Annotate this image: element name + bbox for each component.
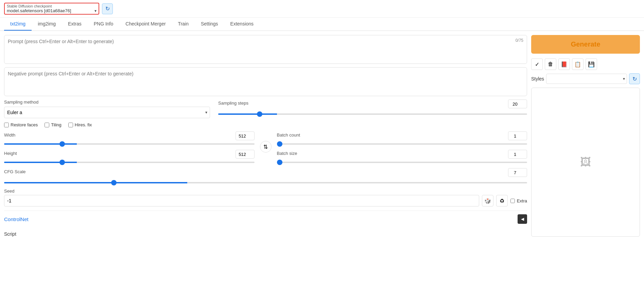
width-slider[interactable] xyxy=(4,143,255,145)
hires-fix-input[interactable] xyxy=(68,123,73,127)
tab-txt2img[interactable]: txt2img xyxy=(4,18,32,31)
main-layout: 0/75 Sampling method Euler a xyxy=(0,31,644,241)
batch-count-label: Batch count xyxy=(277,132,300,138)
height-label: Height xyxy=(4,151,17,156)
sampling-steps-slider[interactable] xyxy=(218,113,527,115)
left-panel: 0/75 Sampling method Euler a xyxy=(4,35,527,237)
dimensions-batch-row: Width Height ⇅ xyxy=(4,131,527,164)
sampling-method-select[interactable]: Euler a xyxy=(4,107,210,118)
styles-label: Styles xyxy=(531,76,544,82)
sampling-method-group: Sampling method Euler a xyxy=(4,100,210,118)
checkpoint-container[interactable]: Stable Diffusion checkpoint model.safete… xyxy=(4,3,99,15)
extra-seed-label: Extra xyxy=(517,198,527,203)
width-label: Width xyxy=(4,132,15,138)
prompt-input[interactable] xyxy=(8,39,523,59)
restore-faces-checkbox[interactable]: Restore faces xyxy=(4,122,38,127)
refresh-styles-button[interactable]: ↻ xyxy=(629,73,640,84)
checkpoint-select-row[interactable]: model.safetensors [d01a68ae76] ▾ xyxy=(7,8,97,13)
trash-button[interactable]: 🗑 xyxy=(545,58,556,70)
sampling-steps-group: Sampling steps xyxy=(218,100,527,116)
tab-extras[interactable]: Extras xyxy=(62,18,88,31)
clipboard-button[interactable]: 📋 xyxy=(572,58,584,70)
restore-faces-label: Restore faces xyxy=(11,122,38,127)
script-row: Script xyxy=(4,231,527,237)
generate-button[interactable]: Generate xyxy=(531,35,640,54)
controlnet-collapse-button[interactable]: ◀ xyxy=(518,214,527,224)
script-label: Script xyxy=(4,229,16,239)
sampling-steps-input[interactable] xyxy=(508,100,527,108)
top-bar: Stable Diffusion checkpoint model.safete… xyxy=(0,0,644,18)
tiling-input[interactable] xyxy=(45,123,49,127)
chevron-down-icon: ▾ xyxy=(94,8,97,13)
pencil-button[interactable]: ✓ xyxy=(531,58,543,70)
styles-row: Styles ↻ xyxy=(531,73,640,84)
batch-size-slider[interactable] xyxy=(277,162,527,163)
seed-label: Seed xyxy=(4,188,527,194)
batch-count-input[interactable] xyxy=(508,131,527,140)
restore-faces-input[interactable] xyxy=(4,123,9,127)
styles-select[interactable] xyxy=(546,74,627,84)
cfg-scale-label: CFG Scale xyxy=(4,169,26,174)
batch-size-input[interactable] xyxy=(508,150,527,159)
tab-checkpoint-merger[interactable]: Checkpoint Merger xyxy=(119,18,172,31)
styles-select-wrapper[interactable] xyxy=(546,74,627,84)
extra-seed-checkbox[interactable]: Extra xyxy=(510,198,527,203)
token-count: 0/75 xyxy=(516,38,523,43)
sampling-method-select-wrapper[interactable]: Euler a xyxy=(4,107,210,118)
checkboxes-row: Restore faces Tiling Hires. fix xyxy=(4,122,527,127)
seed-input[interactable] xyxy=(4,195,479,206)
image-preview: 🖼 xyxy=(531,88,640,237)
cfg-scale-slider[interactable] xyxy=(4,182,527,183)
batch-count-slider[interactable] xyxy=(277,143,527,145)
checkpoint-value: model.safetensors [d01a68ae76] xyxy=(7,8,93,13)
tab-train[interactable]: Train xyxy=(172,18,195,31)
prompt-area: 0/75 xyxy=(4,35,527,64)
recycle-seed-button[interactable]: ♻ xyxy=(496,195,508,206)
batch-group: Batch count Batch size xyxy=(277,131,527,164)
sampling-steps-label: Sampling steps xyxy=(218,101,248,106)
tab-png-info[interactable]: PNG Info xyxy=(88,18,120,31)
tab-extensions[interactable]: Extensions xyxy=(224,18,260,31)
negative-prompt-input[interactable] xyxy=(8,71,523,91)
sampling-row: Sampling method Euler a Sampling steps xyxy=(4,100,527,118)
checkpoint-label: Stable Diffusion checkpoint xyxy=(7,4,97,8)
save-button[interactable]: 💾 xyxy=(586,58,597,70)
height-slider[interactable] xyxy=(4,162,255,163)
red-book-button[interactable]: 📕 xyxy=(558,58,570,70)
seed-group: Seed 🎲 ♻ Extra xyxy=(4,188,527,206)
hires-fix-label: Hires. fix xyxy=(75,122,92,127)
cfg-scale-input[interactable] xyxy=(508,168,527,177)
right-panel: Generate ✓ 🗑 📕 📋 💾 Styles ↻ 🖼 xyxy=(531,35,640,237)
hires-fix-checkbox[interactable]: Hires. fix xyxy=(68,122,92,127)
extra-seed-input[interactable] xyxy=(510,199,515,203)
width-group: Width Height xyxy=(4,131,255,164)
negative-prompt-area xyxy=(4,67,527,96)
seed-row: 🎲 ♻ Extra xyxy=(4,195,527,206)
randomize-seed-button[interactable]: 🎲 xyxy=(482,195,493,206)
tab-settings[interactable]: Settings xyxy=(195,18,224,31)
width-input[interactable] xyxy=(236,131,255,140)
tiling-checkbox[interactable]: Tiling xyxy=(45,122,62,127)
controlnet-label: ControlNet xyxy=(4,216,29,222)
controlnet-row: ControlNet ◀ xyxy=(4,211,527,227)
tab-img2img[interactable]: img2img xyxy=(32,18,62,31)
image-placeholder-icon: 🖼 xyxy=(580,156,591,168)
height-input[interactable] xyxy=(236,150,255,159)
sampling-method-label: Sampling method xyxy=(4,100,210,105)
cfg-scale-group: CFG Scale xyxy=(4,168,527,184)
controls-section: Sampling method Euler a Sampling steps xyxy=(4,100,527,237)
toolbar-row: ✓ 🗑 📕 📋 💾 xyxy=(531,58,640,70)
batch-size-label: Batch size xyxy=(277,151,297,156)
main-tabs: txt2img img2img Extras PNG Info Checkpoi… xyxy=(0,18,644,31)
tiling-label: Tiling xyxy=(51,122,62,127)
refresh-checkpoint-button[interactable]: ↻ xyxy=(102,3,113,14)
swap-dimensions-button[interactable]: ⇅ xyxy=(260,141,272,152)
